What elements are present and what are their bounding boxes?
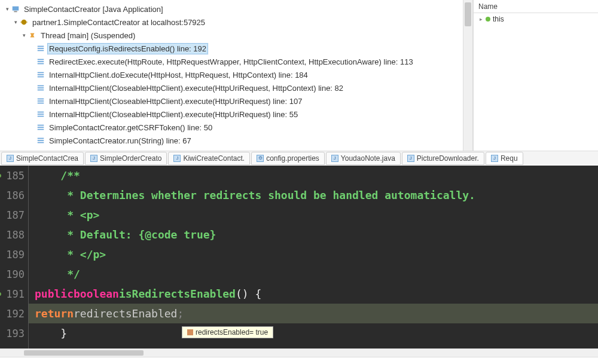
stack-frame-icon xyxy=(36,57,45,66)
stack-frame[interactable]: InternalHttpClient(CloseableHttpClient).… xyxy=(4,81,472,94)
expand-icon[interactable]: ▸ xyxy=(480,16,486,22)
tree-node-thread[interactable]: ▾ Thread [main] (Suspended) xyxy=(4,29,472,42)
svg-rect-20 xyxy=(38,112,44,113)
application-icon xyxy=(11,4,20,14)
field-icon xyxy=(187,329,193,335)
code-line[interactable]: * </p> xyxy=(29,244,598,264)
java-file-icon: J xyxy=(491,155,498,162)
svg-rect-7 xyxy=(38,50,44,51)
stack-frame-icon xyxy=(36,83,45,93)
tree-label: SimpleContactCreator [Java Application] xyxy=(22,4,165,15)
stack-frame[interactable]: RedirectExec.execute(HttpRoute, HttpRequ… xyxy=(4,55,472,68)
stack-frame[interactable]: InternalHttpClient(CloseableHttpClient).… xyxy=(4,108,472,121)
code-line[interactable]: } xyxy=(29,323,598,343)
variables-panel: Name ▸ this xyxy=(472,0,598,151)
svg-rect-0 xyxy=(13,7,19,11)
debug-tree[interactable]: ▾ SimpleContactCreator [Java Application… xyxy=(0,0,472,151)
svg-rect-28 xyxy=(38,142,44,143)
code-line[interactable]: return redirectsEnabled; xyxy=(29,304,598,323)
tab-label: PictureDownloader. xyxy=(417,154,479,163)
variables-header[interactable]: Name xyxy=(474,0,598,13)
svg-rect-18 xyxy=(38,100,44,102)
tab-label: Requ xyxy=(501,154,518,163)
tab-label: SimpleContactCrea xyxy=(16,154,78,163)
stack-frame-label: SimpleContactCreator.run(String) line: 6… xyxy=(47,135,193,146)
horizontal-scrollbar[interactable] xyxy=(0,348,598,357)
editor-tabs: JSimpleContactCrea JSimpleOrderCreato JK… xyxy=(0,151,598,165)
java-file-icon: J xyxy=(173,155,181,162)
tab-kiwicreatecontact[interactable]: JKiwiCreateContact. xyxy=(168,152,250,165)
line-number[interactable]: 185 xyxy=(0,166,28,185)
code-line[interactable]: public boolean isRedirectsEnabled() { xyxy=(29,284,598,304)
line-number[interactable]: 193 xyxy=(0,323,28,343)
line-number[interactable]: 187 xyxy=(0,205,28,225)
svg-rect-17 xyxy=(38,99,44,100)
code-line[interactable]: */ xyxy=(29,264,598,284)
tab-simplecontactcrea[interactable]: JSimpleContactCrea xyxy=(1,152,84,165)
tab-requ[interactable]: JRequ xyxy=(486,152,523,165)
svg-rect-27 xyxy=(38,140,44,141)
tab-label: SimpleOrderCreato xyxy=(100,154,161,163)
line-number[interactable]: 191 xyxy=(0,284,28,304)
stack-frame-icon xyxy=(36,44,45,53)
stack-frame-icon xyxy=(36,109,45,119)
tab-picturedownloader[interactable]: JPictureDownloader. xyxy=(402,152,484,165)
scrollbar-thumb[interactable] xyxy=(465,2,471,26)
stack-frame-label: RedirectExec.execute(HttpRoute, HttpRequ… xyxy=(47,56,415,68)
vertical-scrollbar[interactable] xyxy=(463,0,472,151)
stack-frame[interactable]: SimpleContactCreator.run(String) line: 6… xyxy=(4,134,472,147)
svg-rect-1 xyxy=(14,11,17,13)
tab-youdaonote[interactable]: JYoudaoNote.java xyxy=(326,152,401,165)
svg-rect-14 xyxy=(38,85,44,87)
line-number[interactable]: 190 xyxy=(0,264,28,284)
code-line[interactable]: * Default: {@code true} xyxy=(29,225,598,244)
stack-frame-label: InternalHttpClient(CloseableHttpClient).… xyxy=(47,109,300,120)
stack-frame-icon xyxy=(36,96,45,106)
tree-node-process[interactable]: ▾ partner1.SimpleContactCreator at local… xyxy=(4,16,472,29)
tab-simpleordercreato[interactable]: JSimpleOrderCreato xyxy=(85,152,167,165)
expand-icon[interactable]: ▾ xyxy=(20,32,28,38)
svg-rect-11 xyxy=(38,72,44,74)
code-editor[interactable]: 185186187188189190191192193 /** * Determ… xyxy=(0,166,598,349)
java-file-icon: J xyxy=(331,155,338,162)
svg-rect-24 xyxy=(38,127,44,128)
stack-frame-icon xyxy=(36,123,45,132)
line-number[interactable]: 189 xyxy=(0,244,28,264)
java-file-icon: J xyxy=(90,155,97,162)
code-line[interactable]: * <p> xyxy=(29,205,598,225)
svg-rect-21 xyxy=(38,114,44,115)
tree-node-app[interactable]: ▾ SimpleContactCreator [Java Application… xyxy=(4,2,472,16)
svg-rect-6 xyxy=(38,48,44,49)
svg-rect-8 xyxy=(38,59,44,60)
svg-rect-9 xyxy=(38,61,44,62)
stack-frame[interactable]: InternalHttpClient(CloseableHttpClient).… xyxy=(4,94,472,108)
tree-label: partner1.SimpleContactCreator at localho… xyxy=(30,17,207,28)
svg-rect-15 xyxy=(38,87,44,88)
line-number[interactable]: 192 xyxy=(0,304,28,323)
code-area[interactable]: /** * Determines whether redirects shoul… xyxy=(29,166,598,349)
stack-frame-label: InternalHttpClient.doExecute(HttpHost, H… xyxy=(47,69,310,81)
code-line[interactable]: * Determines whether redirects should be… xyxy=(29,185,598,205)
stack-frame-icon xyxy=(36,70,45,79)
line-number[interactable]: 188 xyxy=(0,225,28,244)
variable-row[interactable]: ▸ this xyxy=(474,13,598,25)
variable-icon xyxy=(486,17,490,22)
tab-label: config.properties xyxy=(266,154,319,163)
bottom-bar xyxy=(0,357,598,364)
svg-rect-12 xyxy=(38,74,44,75)
stack-frame[interactable]: SimpleContactCreator.getCSRFToken() line… xyxy=(4,121,472,134)
tab-config-properties[interactable]: ⚙config.properties xyxy=(251,152,325,165)
code-line[interactable]: /** xyxy=(29,166,598,185)
scrollbar-thumb[interactable] xyxy=(24,350,144,356)
svg-rect-10 xyxy=(38,63,44,65)
stack-frame-label: InternalHttpClient(CloseableHttpClient).… xyxy=(47,82,345,94)
expand-icon[interactable]: ▾ xyxy=(4,6,11,12)
stack-frame[interactable]: RequestConfig.isRedirectsEnabled() line:… xyxy=(4,42,472,55)
stack-frame[interactable]: InternalHttpClient.doExecute(HttpHost, H… xyxy=(4,68,472,81)
tab-label: YoudaoNote.java xyxy=(341,154,395,163)
expand-icon[interactable]: ▾ xyxy=(12,19,19,25)
line-number[interactable]: 186 xyxy=(0,185,28,205)
properties-file-icon: ⚙ xyxy=(257,155,264,162)
tab-label: KiwiCreateContact. xyxy=(183,154,245,163)
gutter[interactable]: 185186187188189190191192193 xyxy=(0,166,29,349)
